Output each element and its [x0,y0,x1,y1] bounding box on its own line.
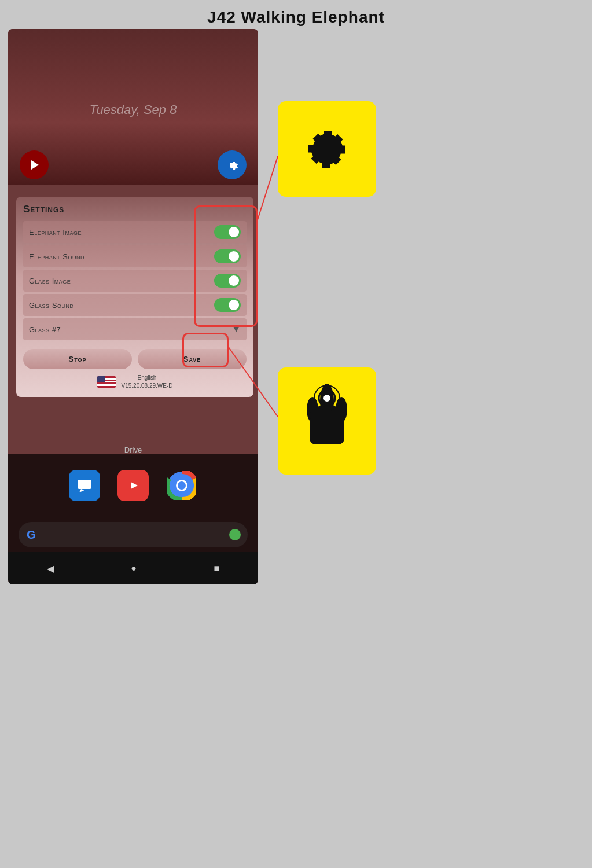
glass-sound-row: Glass Sound [23,294,247,316]
svg-point-11 [323,395,330,402]
google-mic-icon [229,529,241,540]
settings-panel: Settings Elephant Image Elephant Sound G… [16,197,253,397]
recents-nav-button[interactable]: ■ [214,563,220,573]
svg-point-5 [178,481,186,490]
phone-frame: Tuesday, Sep 8 Settings Elephant Image [8,29,258,584]
android-bottom-area: G ◀ ● ■ [8,454,258,584]
google-bar-container: G [8,517,258,552]
chevron-down-icon: ▼ [231,324,241,334]
play-icon-circle[interactable] [20,150,49,179]
elephant-image-row: Elephant Image [23,221,247,243]
apps-row [8,454,258,517]
svg-line-14 [258,156,278,220]
elephant-image-label: Elephant Image [29,228,82,237]
home-nav-button[interactable]: ● [131,563,137,573]
hand-annotation-box [278,367,376,475]
glass-dropdown-label: Glass #7 [29,325,61,334]
drive-label: Drive [8,446,258,454]
android-nav-bar: ◀ ● ■ [8,552,258,584]
chrome-app-icon[interactable] [166,470,197,501]
glass-sound-toggle[interactable] [214,298,241,312]
back-nav-button[interactable]: ◀ [47,563,54,574]
gear-icon [301,123,353,175]
glass-image-label: Glass Image [29,277,71,285]
svg-marker-2 [131,482,138,489]
svg-marker-0 [31,160,39,170]
youtube-app-icon[interactable] [117,470,149,501]
elephant-sound-row: Elephant Sound [23,245,247,267]
stop-button[interactable]: Stop [23,349,132,369]
glass-image-row: Glass Image [23,270,247,292]
gear-annotation-box [278,101,376,197]
language-label: English [138,374,157,381]
separator [23,344,247,344]
settings-footer: English V15.20.08.29.WE-D [23,374,247,390]
svg-rect-1 [78,480,91,489]
glass-sound-label: Glass Sound [29,301,73,310]
version-label: V15.20.08.29.WE-D [122,382,173,389]
icons-row [8,150,258,179]
glass-dropdown[interactable]: Glass #7 ▼ [23,318,247,340]
svg-rect-10 [310,415,344,444]
settings-icon-circle[interactable] [218,150,247,179]
phone-screen-top: Tuesday, Sep 8 [8,29,258,185]
glass-image-toggle[interactable] [214,274,241,288]
google-search-bar[interactable]: G [19,522,248,547]
save-button[interactable]: Save [138,349,247,369]
settings-title: Settings [23,204,247,215]
language-flag [97,376,116,388]
messages-app-icon[interactable] [69,470,100,501]
elephant-sound-toggle[interactable] [214,249,241,263]
elephant-image-toggle[interactable] [214,225,241,239]
footer-text: English V15.20.08.29.WE-D [122,374,173,390]
touch-hand-icon [295,384,359,459]
elephant-sound-label: Elephant Sound [29,252,84,261]
page-title: J42 Walking Elephant [0,0,592,32]
google-g-logo: G [27,528,36,542]
date-display: Tuesday, Sep 8 [90,102,177,117]
buttons-row: Stop Save [23,349,247,369]
